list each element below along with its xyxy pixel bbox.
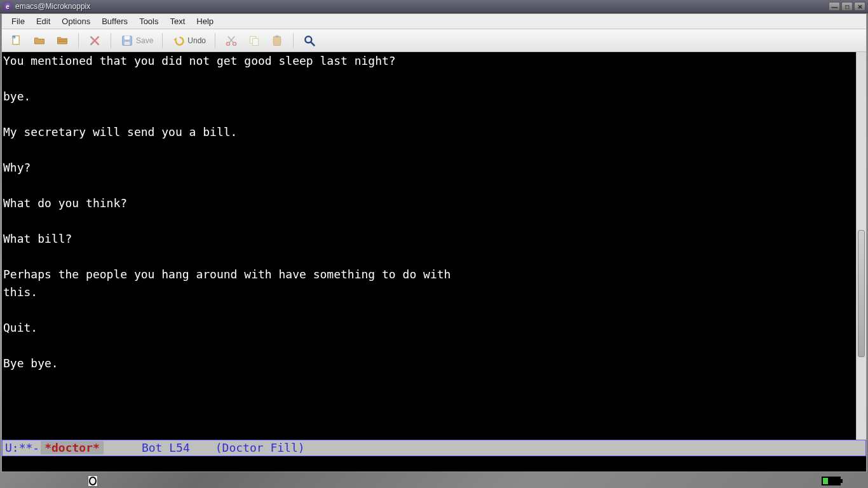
copy-icon <box>247 34 261 48</box>
menu-options[interactable]: Options <box>56 15 96 28</box>
svg-rect-4 <box>58 41 66 42</box>
toolbar: + Save <box>2 29 866 52</box>
new-file-button[interactable]: + <box>6 32 27 50</box>
close-x-icon <box>88 34 102 48</box>
open-file-button[interactable] <box>29 32 50 50</box>
menu-file[interactable]: File <box>6 15 31 28</box>
svg-rect-11 <box>253 39 259 46</box>
scrollbar[interactable] <box>856 52 866 439</box>
toolbar-separator <box>111 33 111 48</box>
copy-button[interactable] <box>243 32 265 50</box>
battery-indicator[interactable] <box>822 477 841 485</box>
battery-fill <box>823 478 828 484</box>
svg-text:+: + <box>13 36 15 39</box>
buffer-text[interactable]: You mentioned that you did not get good … <box>2 52 856 439</box>
save-button-label: Save <box>136 36 153 45</box>
menu-edit[interactable]: Edit <box>31 15 56 28</box>
svg-rect-12 <box>273 36 281 45</box>
new-file-icon: + <box>10 34 24 48</box>
menu-help[interactable]: Help <box>191 15 219 28</box>
emacs-icon: e <box>3 1 13 11</box>
maximize-button[interactable]: □ <box>841 2 853 11</box>
toolbar-separator <box>215 33 215 48</box>
menubar: File Edit Options Buffers Tools Text Hel… <box>2 14 866 29</box>
scissors-icon <box>224 34 238 48</box>
close-button[interactable]: ✕ <box>854 2 865 11</box>
svg-rect-7 <box>125 42 130 45</box>
clipboard-icon <box>270 34 284 48</box>
save-floppy-icon <box>120 34 134 48</box>
scroll-thumb[interactable] <box>858 230 865 357</box>
search-button[interactable] <box>299 32 320 50</box>
toolbar-separator <box>293 33 294 48</box>
dired-button[interactable] <box>51 32 73 50</box>
minimize-button[interactable]: ― <box>829 2 840 11</box>
window-title: emacs@Microknoppix <box>15 2 90 11</box>
undo-button[interactable]: Undo <box>168 32 210 50</box>
workspace-2[interactable] <box>88 475 98 487</box>
mode-line[interactable]: U:**- *doctor* Bot L54 (Doctor Fill) <box>2 440 866 456</box>
open-file-icon <box>32 34 46 48</box>
svg-rect-13 <box>276 36 279 37</box>
mode-line-buffer-name: *doctor* <box>41 441 104 454</box>
save-button[interactable]: Save <box>116 32 157 50</box>
mode-line-position: Bot L54 <box>142 441 190 454</box>
mode-line-status: U:**- <box>3 441 39 454</box>
menu-tools[interactable]: Tools <box>133 15 164 28</box>
toolbar-separator <box>78 33 79 48</box>
svg-rect-3 <box>58 39 66 40</box>
window-titlebar[interactable]: e emacs@Microknoppix ― □ ✕ <box>0 0 868 13</box>
editor-area: You mentioned that you did not get good … <box>2 52 866 471</box>
paste-button[interactable] <box>266 32 288 50</box>
folder-icon <box>55 34 69 48</box>
kill-buffer-button[interactable] <box>84 32 105 50</box>
minibuffer[interactable] <box>2 456 866 471</box>
svg-rect-6 <box>125 36 130 39</box>
toolbar-separator <box>162 33 163 48</box>
menu-text[interactable]: Text <box>164 15 191 28</box>
cut-button[interactable] <box>220 32 242 50</box>
menu-buffers[interactable]: Buffers <box>96 15 133 28</box>
undo-button-label: Undo <box>187 36 206 45</box>
emacs-window: File Edit Options Buffers Tools Text Hel… <box>1 13 867 471</box>
mode-line-major-mode: (Doctor Fill) <box>215 441 305 454</box>
search-icon <box>302 34 316 48</box>
undo-arrow-icon <box>172 34 186 48</box>
